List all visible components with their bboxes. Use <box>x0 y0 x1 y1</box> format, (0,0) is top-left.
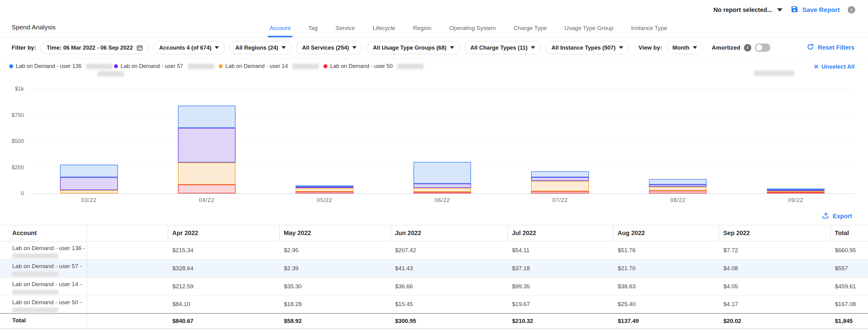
tab-tag[interactable]: Tag <box>308 25 318 37</box>
bar-segment[interactable] <box>649 179 707 185</box>
bar-segment[interactable] <box>649 191 707 193</box>
bar-segment[interactable] <box>531 181 589 191</box>
reset-filters-label: Reset Filters <box>818 44 855 51</box>
bar-segment[interactable] <box>531 191 589 193</box>
stacked-bar-05/22[interactable] <box>296 186 353 193</box>
bar-segment[interactable] <box>649 185 707 187</box>
instance-types-filter-dropdown[interactable]: All Instance Types (507) <box>546 41 629 54</box>
bar-segment[interactable] <box>413 184 471 188</box>
stacked-bar-06/22[interactable] <box>413 162 471 193</box>
bar-segment[interactable] <box>531 177 589 181</box>
stacked-bar-09/22[interactable] <box>767 189 825 193</box>
cell-value: $51.76 <box>613 241 719 259</box>
column-header-may[interactable]: May 2022 <box>279 225 391 241</box>
bar-segment[interactable] <box>178 128 236 162</box>
total-value: $300.95 <box>391 313 507 328</box>
bar-segment[interactable] <box>178 163 236 185</box>
report-selector-value: No report selected... <box>713 6 772 13</box>
table-total-row: Total $840.67 $58.92 $300.95 $210.32 $13… <box>0 313 868 328</box>
tab-lifecycle[interactable]: Lifecycle <box>373 25 395 37</box>
legend-item-user-136[interactable]: Lab on Demand - user 136 <box>9 63 114 69</box>
export-button[interactable]: Export <box>822 212 852 221</box>
cell-value: $2.39 <box>279 259 391 277</box>
accounts-filter-dropdown[interactable]: Accounts 4 (of 674) <box>153 41 225 54</box>
cell-value: $328.64 <box>168 259 279 277</box>
bar-segment[interactable] <box>60 177 118 190</box>
amortized-toggle[interactable] <box>755 43 770 52</box>
column-header-spacer <box>87 225 168 241</box>
charge-types-filter-value: All Charge Types (11) <box>470 44 528 51</box>
column-header-jul[interactable]: Jul 2022 <box>507 225 613 241</box>
reset-filters-button[interactable]: Reset Filters <box>807 43 855 52</box>
bar-segment[interactable] <box>60 165 118 177</box>
unselect-all-button[interactable]: ✕ Unselect All <box>813 63 855 70</box>
cell-value: $54.11 <box>507 241 613 259</box>
amortized-label: Amortized <box>712 44 740 51</box>
bar-slot <box>148 89 266 193</box>
title-bar: Spend Analysis Account Tag Service Lifec… <box>0 15 868 37</box>
tab-region[interactable]: Region <box>413 25 432 37</box>
services-filter-dropdown[interactable]: All Services (254) <box>296 41 362 54</box>
page-title: Spend Analysis <box>12 24 56 31</box>
legend-label: Lab on Demand - user 136 <box>16 63 82 69</box>
legend-item-user-50[interactable]: Lab on Demand - user 50 <box>323 63 428 69</box>
view-by-dropdown[interactable]: Month <box>667 41 703 54</box>
time-filter-button[interactable]: Time: 06 Mar 2022 - 06 Sep 2022 <box>41 41 149 54</box>
cell-value: $18.28 <box>279 295 391 313</box>
stacked-bar-08/22[interactable] <box>649 179 707 193</box>
table-row: Lab on Demand - user 14 - $212.59 $35.30… <box>0 277 868 295</box>
legend-item-user-14[interactable]: Lab on Demand - user 14 <box>219 63 323 69</box>
bar-slot <box>737 89 855 193</box>
regions-filter-dropdown[interactable]: All Regions (24) <box>229 41 291 54</box>
column-header-aug[interactable]: Aug 2022 <box>613 225 719 241</box>
column-header-jun[interactable]: Jun 2022 <box>391 225 507 241</box>
x-tick-label: 05/22 <box>266 197 383 203</box>
cell-value: $7.72 <box>719 241 830 259</box>
tab-operating-system[interactable]: Operating System <box>449 25 496 37</box>
bar-segment[interactable] <box>178 185 236 193</box>
column-header-sep[interactable]: Sep 2022 <box>719 225 830 241</box>
info-icon[interactable]: i <box>848 6 855 13</box>
save-icon <box>790 5 799 15</box>
bar-segment[interactable] <box>413 192 471 193</box>
bar-segment[interactable] <box>531 171 589 177</box>
bar-slot <box>30 89 148 193</box>
report-selector-dropdown[interactable]: No report selected... <box>713 6 782 13</box>
plot-area: $1k $750 $500 $250 0 <box>30 89 855 193</box>
bar-segment[interactable] <box>296 188 353 192</box>
charge-types-filter-dropdown[interactable]: All Charge Types (11) <box>465 41 541 54</box>
cell-value: $41.43 <box>391 259 507 277</box>
legend-dot-purple <box>114 64 118 68</box>
tab-service[interactable]: Service <box>335 25 355 37</box>
save-report-button[interactable]: Save Report <box>790 5 840 15</box>
column-header-total[interactable]: Total <box>830 225 868 241</box>
spacer-cell <box>87 241 168 259</box>
cell-value: $4.08 <box>719 259 830 277</box>
column-header-account[interactable]: Account <box>0 225 87 241</box>
usage-type-groups-filter-dropdown[interactable]: All Usage Type Groups (68) <box>367 41 460 54</box>
cell-value: $215.34 <box>168 241 279 259</box>
stacked-bar-03/22[interactable] <box>60 165 118 193</box>
spacer-cell <box>87 277 168 295</box>
services-filter-value: All Services (254) <box>302 44 349 51</box>
bar-segment[interactable] <box>413 188 471 192</box>
bar-segment[interactable] <box>178 106 236 128</box>
bar-segment[interactable] <box>413 162 471 184</box>
stacked-bar-04/22[interactable] <box>178 106 236 193</box>
table-row: Lab on Demand - user 57 - $328.64 $2.39 … <box>0 259 868 277</box>
tab-account[interactable]: Account <box>270 25 291 37</box>
column-header-apr[interactable]: Apr 2022 <box>168 225 279 241</box>
bar-segment[interactable] <box>767 192 825 193</box>
bar-segment[interactable] <box>649 187 707 191</box>
bar-segment[interactable] <box>60 190 118 193</box>
tab-charge-type[interactable]: Charge Type <box>514 25 547 37</box>
info-icon[interactable]: i <box>744 44 751 52</box>
tab-usage-type-group[interactable]: Usage Type Group <box>564 25 613 37</box>
cell-value: $660.95 <box>830 241 868 259</box>
redacted-text <box>97 71 124 76</box>
legend-item-user-57[interactable]: Lab on Demand - user 57 <box>114 63 219 69</box>
bar-slot <box>266 89 383 193</box>
tab-instance-type[interactable]: Instance Type <box>631 25 667 37</box>
bar-segment[interactable] <box>296 192 353 193</box>
stacked-bar-07/22[interactable] <box>531 171 589 193</box>
